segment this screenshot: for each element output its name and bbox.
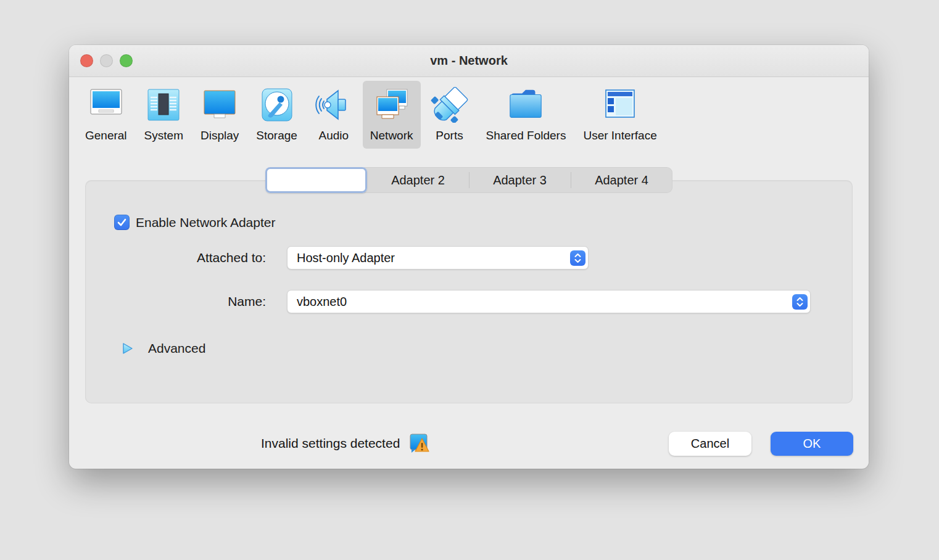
name-label: Name: (114, 294, 266, 309)
minimize-button (100, 54, 113, 67)
toolbar-item-system[interactable]: System (137, 81, 191, 149)
toolbar-item-label: Display (201, 129, 239, 142)
tab-label: Adapter 4 (595, 173, 648, 187)
network-screens-icon (373, 86, 411, 124)
chevron-up-down-icon (792, 294, 808, 310)
attached-to-label: Attached to: (114, 250, 266, 265)
invalid-settings-status: Invalid settings detected (261, 434, 429, 453)
toolbar-item-storage[interactable]: Storage (249, 81, 305, 149)
dialog-footer: Invalid settings detected Cancel OK (69, 418, 869, 469)
close-button[interactable] (80, 54, 93, 67)
shared-folder-icon (507, 86, 545, 124)
toolbar-item-network[interactable]: Network (363, 81, 421, 149)
enable-network-adapter-checkbox[interactable] (114, 215, 130, 230)
disclosure-triangle-icon (122, 342, 133, 355)
system-chip-icon (144, 86, 183, 124)
checkmark-icon (117, 218, 126, 226)
tab-adapter-4[interactable]: Adapter 4 (571, 167, 672, 193)
adapter-tab-bar: Adapter 2 Adapter 3 Adapter 4 (265, 167, 672, 193)
name-select[interactable]: vboxnet0 (287, 290, 811, 313)
toolbar-item-label: Shared Folders (486, 129, 566, 142)
toolbar-item-audio[interactable]: Audio (307, 81, 360, 149)
advanced-label: Advanced (148, 341, 205, 356)
toolbar-item-ports[interactable]: Ports (423, 81, 476, 149)
name-value: vboxnet0 (297, 295, 792, 309)
advanced-disclosure[interactable]: Advanced (122, 341, 205, 356)
tab-adapter-3[interactable]: Adapter 3 (469, 167, 571, 193)
storage-disk-icon (258, 86, 296, 124)
chevron-up-down-icon (570, 250, 585, 266)
toolbar-item-general[interactable]: General (78, 81, 134, 149)
toolbar-item-label: User Interface (583, 129, 656, 142)
enable-network-adapter-label: Enable Network Adapter (136, 215, 275, 230)
traffic-lights (80, 45, 133, 76)
attached-to-select[interactable]: Host-only Adapter (287, 246, 589, 270)
cancel-button[interactable]: Cancel (669, 432, 751, 456)
adapter-settings-panel: Enable Network Adapter Attached to: Host… (85, 180, 853, 403)
toolbar-item-label: Network (370, 129, 413, 142)
tab-adapter-1[interactable] (265, 167, 367, 193)
toolbar-item-label: Storage (256, 129, 297, 142)
toolbar-item-user-interface[interactable]: User Interface (576, 81, 664, 149)
window-title: vm - Network (430, 54, 508, 68)
settings-toolbar: General System (69, 77, 869, 159)
toolbar-item-label: General (85, 129, 127, 142)
zoom-button[interactable] (120, 54, 133, 67)
footer-buttons: Cancel OK (669, 432, 869, 456)
tab-label: Adapter 3 (493, 173, 547, 187)
enable-adapter-row: Enable Network Adapter (114, 215, 275, 230)
toolbar-item-display[interactable]: Display (193, 81, 246, 149)
ok-button[interactable]: OK (771, 432, 853, 456)
status-text: Invalid settings detected (261, 436, 400, 451)
attached-to-value: Host-only Adapter (297, 251, 570, 265)
ports-connector-icon (431, 86, 469, 124)
display-monitor-icon (201, 86, 239, 124)
warning-icon (410, 434, 429, 453)
toolbar-item-label: Audio (319, 129, 349, 142)
user-interface-window-icon (601, 86, 639, 124)
title-bar[interactable]: vm - Network (69, 45, 869, 77)
toolbar-item-label: System (144, 129, 183, 142)
toolbar-item-shared-folders[interactable]: Shared Folders (479, 81, 574, 149)
vm-settings-window: vm - Network General (69, 45, 869, 469)
toolbar-item-label: Ports (436, 129, 463, 142)
general-monitor-icon (87, 86, 125, 124)
tab-label: Adapter 2 (391, 173, 445, 187)
audio-speaker-icon (315, 86, 353, 124)
tab-adapter-2[interactable]: Adapter 2 (367, 167, 469, 193)
